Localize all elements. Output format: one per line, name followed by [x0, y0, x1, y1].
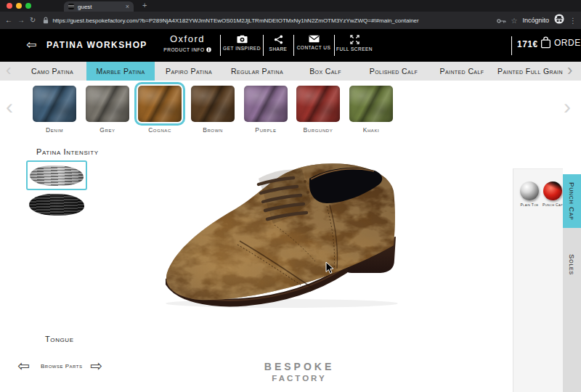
- tabs-scroll-left-icon[interactable]: ‹: [6, 61, 11, 80]
- key-icon[interactable]: [497, 14, 506, 27]
- swatch-label-cognac: Cognac: [138, 126, 182, 134]
- current-part-label: Tongue: [45, 335, 74, 343]
- patina-intensity-light-option[interactable]: [26, 160, 87, 190]
- side-tab-punch-cap[interactable]: Punch Cap: [563, 174, 581, 228]
- browser-back-icon[interactable]: ←: [5, 17, 12, 24]
- share-icon: [274, 35, 283, 44]
- swatch-burgundy[interactable]: [296, 86, 340, 122]
- toe-options-panel: Plain Toe Punch Cap: [513, 168, 563, 392]
- punch-cap-sphere-icon: [543, 181, 562, 200]
- browser-forward-icon[interactable]: →: [17, 17, 25, 24]
- contact-us-label: CONTACT US: [297, 45, 331, 50]
- brand-line2: FACTORY: [241, 374, 357, 383]
- swatch-purple[interactable]: [244, 86, 288, 122]
- screen: guest × + ← → ↻ https://guest.bespokefac…: [0, 0, 581, 392]
- next-part-arrow-icon[interactable]: ⇨: [90, 357, 102, 375]
- swatch-label-grey: Grey: [86, 126, 129, 134]
- swatch-label-purple: Purple: [244, 126, 288, 134]
- tab-camo-patina[interactable]: Camo Patina: [18, 62, 86, 81]
- tab-box-calf[interactable]: Box Calf: [291, 62, 359, 81]
- get-inspired-button[interactable]: GET INSPIRED: [222, 35, 262, 51]
- new-tab-button[interactable]: +: [142, 1, 147, 9]
- tab-title: guest: [78, 4, 122, 10]
- model-info-block[interactable]: Oxford PRODUCT INFO: [155, 33, 220, 52]
- price-value: 171€: [517, 39, 538, 49]
- previous-part-arrow-icon[interactable]: ⇦: [17, 357, 30, 375]
- incognito-avatar-icon[interactable]: [554, 14, 564, 27]
- incognito-label: Incógnito: [522, 17, 549, 24]
- swatch-label-brown: Brown: [191, 126, 235, 134]
- brush-stroke-dark: [29, 194, 84, 216]
- camera-icon: [237, 35, 248, 44]
- page-title: PATINA WORKSHOP: [46, 40, 147, 50]
- material-tabbar: ‹ Camo Patina Marble Patina Papiro Patin…: [0, 62, 581, 81]
- swatches-scroll-left-icon[interactable]: ‹: [6, 94, 13, 119]
- tab-papiro-patina[interactable]: Papiro Patina: [155, 62, 223, 81]
- lock-icon: [43, 17, 49, 24]
- toolbar-right: ☆ Incógnito ⋮: [497, 12, 577, 29]
- side-tab-strip: Punch Cap Soles: [563, 174, 581, 392]
- share-button[interactable]: SHARE: [258, 35, 298, 52]
- tab-painted-full-grain[interactable]: Painted Full Grain: [496, 62, 564, 81]
- brush-stroke-light: [30, 166, 84, 186]
- swatch-brown[interactable]: [191, 86, 235, 122]
- side-tab-soles[interactable]: Soles: [563, 243, 581, 287]
- browser-menu-icon[interactable]: ⋮: [569, 17, 577, 25]
- order-button[interactable]: ORDER: [540, 36, 581, 49]
- mouse-cursor: [325, 261, 334, 274]
- swatch-grey[interactable]: [86, 86, 129, 122]
- get-inspired-label: GET INSPIRED: [223, 46, 261, 51]
- browser-tab[interactable]: guest ×: [64, 1, 134, 12]
- url-bar[interactable]: https://guest.bespokefactory.com/?b=P289…: [52, 17, 418, 24]
- tab-regular-patina[interactable]: Regular Patina: [223, 62, 291, 81]
- browse-parts-label: Browse Parts: [41, 363, 82, 369]
- swatch-label-denim: Denim: [33, 126, 76, 134]
- shopping-bag-icon: [540, 36, 551, 49]
- header-divider: [511, 36, 512, 55]
- punch-cap-option[interactable]: Punch Cap: [541, 181, 564, 207]
- side-tab-punch-cap-label: Punch Cap: [568, 182, 576, 221]
- bookmark-star-icon[interactable]: ☆: [511, 17, 518, 25]
- shoe-preview[interactable]: [166, 160, 413, 309]
- full-screen-label: FULL SCREEN: [336, 46, 373, 52]
- back-arrow-icon[interactable]: ⇦: [26, 37, 36, 52]
- order-label: ORDER: [554, 38, 581, 48]
- tab-polished-calf[interactable]: Polished Calf: [359, 62, 428, 81]
- swatch-khaki[interactable]: [349, 86, 393, 122]
- tabs-scroll-right-icon[interactable]: ›: [567, 61, 572, 80]
- swatches-scroll-right-icon[interactable]: ›: [564, 94, 571, 119]
- share-label: SHARE: [269, 46, 288, 52]
- tab-marble-patina[interactable]: Marble Patina: [86, 62, 155, 81]
- plain-toe-sphere-icon: [520, 181, 539, 200]
- close-tab-icon[interactable]: ×: [126, 4, 129, 10]
- punch-cap-label: Punch Cap: [543, 203, 563, 207]
- minimize-window-button[interactable]: [16, 3, 22, 9]
- tab-favicon-icon: [68, 4, 74, 9]
- info-icon: [206, 47, 211, 52]
- reload-icon[interactable]: ↻: [30, 17, 36, 24]
- model-name: Oxford: [155, 33, 220, 44]
- browser-toolbar: ← → ↻ https://guest.bespokefactory.com/?…: [0, 12, 581, 29]
- patina-intensity-strong-option[interactable]: [29, 194, 84, 216]
- swatch-denim[interactable]: [33, 86, 76, 122]
- brand-logo: BESPOKE FACTORY: [241, 361, 357, 383]
- swatch-cognac[interactable]: [138, 86, 182, 122]
- zoom-window-button[interactable]: [25, 3, 31, 9]
- product-info-label[interactable]: PRODUCT INFO: [163, 47, 205, 52]
- header-divider: [220, 35, 221, 56]
- swatch-label-khaki: Khaki: [349, 126, 393, 134]
- contact-us-button[interactable]: CONTACT US: [293, 35, 334, 50]
- swatch-label-burgundy: Burgundy: [296, 126, 340, 134]
- close-window-button[interactable]: [7, 3, 12, 9]
- plain-toe-label: Plain Toe: [520, 203, 538, 207]
- fullscreen-icon: [350, 35, 359, 44]
- plain-toe-option[interactable]: Plain Toe: [518, 181, 541, 207]
- app-header: ⇦ PATINA WORKSHOP Oxford PRODUCT INFO GE…: [0, 29, 581, 62]
- brand-line1: BESPOKE: [241, 361, 357, 372]
- full-screen-button[interactable]: FULL SCREEN: [334, 35, 375, 52]
- browser-tabstrip: guest × +: [0, 0, 581, 12]
- envelope-icon: [309, 35, 320, 43]
- side-tab-soles-label: Soles: [568, 254, 576, 275]
- patina-intensity-label: Patina Intensity: [36, 147, 99, 156]
- tab-painted-calf[interactable]: Painted Calf: [428, 62, 496, 81]
